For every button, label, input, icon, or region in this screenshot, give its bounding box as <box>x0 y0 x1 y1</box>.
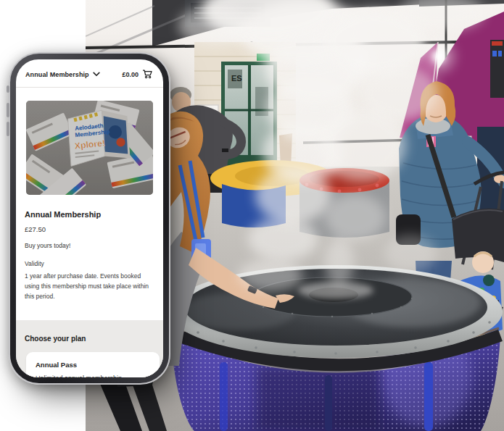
product-selector[interactable]: Annual Membership <box>25 71 100 78</box>
plan-name: Annual Pass <box>36 361 152 369</box>
phone-volume-down-button <box>7 122 9 136</box>
plans-section: Choose your plan Annual Pass Unlimited a… <box>16 320 163 377</box>
validity-heading: Validity <box>25 260 154 267</box>
product-image: Aelodaeth Membership Xplore! <box>26 101 153 195</box>
phone-mockup: Annual Membership £0.00 <box>9 52 170 385</box>
header-divider <box>16 87 163 88</box>
validity-body: 1 year after purchase date. Events booke… <box>25 271 153 301</box>
plans-heading: Choose your plan <box>25 335 163 343</box>
plan-option-annual-pass[interactable]: Annual Pass Unlimited annual membership <box>26 352 160 377</box>
phone-mute-switch <box>7 85 9 93</box>
cart-total: £0.00 <box>122 71 139 78</box>
product-title: Annual Membership <box>25 210 154 219</box>
shopping-cart-icon <box>142 70 152 79</box>
plan-description: Unlimited annual membership <box>36 374 152 377</box>
product-tagline: Buy yours today! <box>25 242 154 249</box>
door-sign-text: ES <box>231 74 242 83</box>
cart-summary[interactable]: £0.00 <box>122 70 152 79</box>
phone-screen: Annual Membership £0.00 <box>16 59 163 377</box>
chevron-down-icon <box>93 72 100 77</box>
product-selector-label: Annual Membership <box>25 71 89 78</box>
product-price: £27.50 <box>25 225 154 233</box>
shop-header: Annual Membership £0.00 <box>16 59 163 86</box>
phone-volume-up-button <box>7 103 9 117</box>
